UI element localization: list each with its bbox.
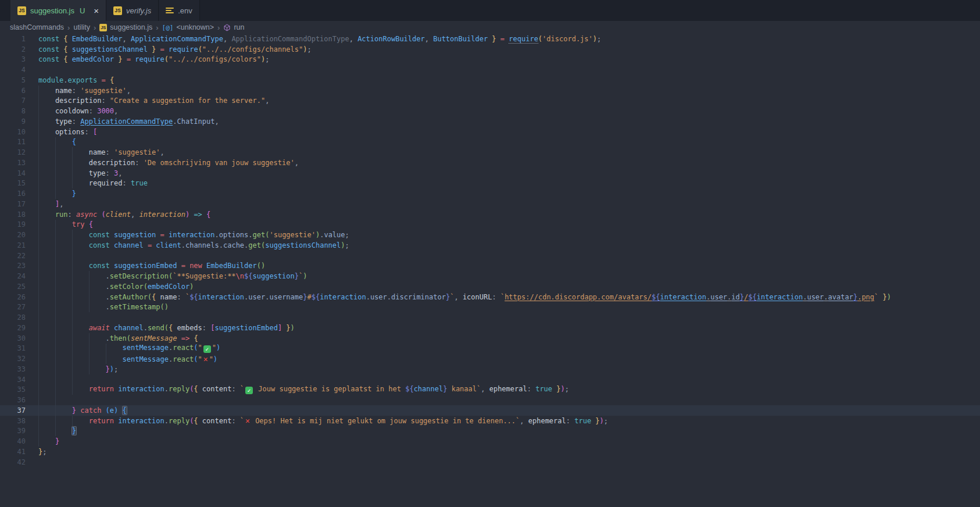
code-line[interactable]: 17 ], xyxy=(0,199,980,209)
indent-guide xyxy=(55,261,56,272)
code-line[interactable]: 4 xyxy=(0,65,980,75)
indent-guide xyxy=(89,292,90,302)
code-line[interactable]: 5module.exports = { xyxy=(0,75,980,85)
code-line[interactable]: 27 .setTimestamp() xyxy=(0,302,980,313)
code-line[interactable]: 37 } catch (e) { xyxy=(0,405,980,416)
line-number: 22 xyxy=(0,252,26,260)
code-text: { xyxy=(38,138,76,146)
code-line[interactable]: 7 description: "Create a suggestion for … xyxy=(0,96,980,106)
code-line[interactable]: 38 return interaction.reply({ content: `… xyxy=(0,416,980,426)
code-line[interactable]: 3const { embedColor } = require("../../c… xyxy=(0,55,980,65)
tab-label: .env xyxy=(178,6,192,15)
line-number: 42 xyxy=(0,458,26,466)
indent-guide xyxy=(89,354,90,364)
line-number: 20 xyxy=(0,231,26,239)
line-number: 16 xyxy=(0,190,26,198)
code-line[interactable]: 39 } xyxy=(0,426,980,437)
code-line[interactable]: 18 run: async (client, interaction) => { xyxy=(0,209,980,220)
code-line[interactable]: 30 .then(sentMessage => { xyxy=(0,333,980,344)
tab-env[interactable]: .env xyxy=(159,0,200,21)
line-number: 8 xyxy=(0,107,26,115)
indent-guide xyxy=(38,436,39,447)
line-number: 30 xyxy=(0,334,26,342)
code-text: type: ApplicationCommandType.ChatInput, xyxy=(38,117,219,126)
code-line[interactable]: 20 const suggestion = interaction.option… xyxy=(0,230,980,240)
code-line[interactable]: 15 required: true xyxy=(0,178,980,189)
line-number: 9 xyxy=(0,117,26,126)
indent-guide xyxy=(38,333,39,344)
code-line[interactable]: 35 return interaction.reply({ content: `… xyxy=(0,385,980,395)
code-line[interactable]: 29 await channel.send({ embeds: [suggest… xyxy=(0,323,980,333)
code-area[interactable]: 1const { EmbedBuilder, ApplicationComman… xyxy=(0,34,980,467)
code-line[interactable]: 13 description: 'De omschrijving van jou… xyxy=(0,158,980,168)
breadcrumb-file-label: suggestion.js xyxy=(110,23,152,31)
code-line[interactable]: 33 }); xyxy=(0,364,980,374)
code-text: const { embedColor } = require("../../co… xyxy=(38,55,269,63)
code-line[interactable]: 24 .setDescription(`**Suggestie:**\n${su… xyxy=(0,271,980,281)
indent-guide xyxy=(38,240,39,251)
line-number: 32 xyxy=(0,355,26,363)
indent-guide xyxy=(106,354,106,364)
line-number: 34 xyxy=(0,376,26,384)
indent-guide xyxy=(72,158,73,168)
code-line[interactable]: 42 xyxy=(0,457,980,467)
code-line[interactable]: 14 type: 3, xyxy=(0,168,980,178)
chevron-separator-icon: › xyxy=(156,23,158,32)
code-line[interactable]: 21 const channel = client.channels.cache… xyxy=(0,240,980,251)
line-number: 37 xyxy=(0,406,26,415)
line-number: 25 xyxy=(0,283,26,291)
code-line[interactable]: 40 } xyxy=(0,436,980,447)
close-icon[interactable]: × xyxy=(94,6,99,15)
indent-guide xyxy=(72,323,73,333)
indent-guide xyxy=(89,281,90,292)
code-line[interactable]: 34 xyxy=(0,374,980,385)
breadcrumb-item-file[interactable]: JS suggestion.js xyxy=(99,23,152,31)
code-line[interactable]: 12 name: 'suggestie', xyxy=(0,147,980,158)
code-line[interactable]: 41}; xyxy=(0,447,980,457)
code-line[interactable]: 10 options: [ xyxy=(0,127,980,137)
breadcrumb-item-utility[interactable]: utility xyxy=(73,23,90,31)
line-number: 33 xyxy=(0,365,26,373)
breadcrumb-item-slashcommands[interactable]: slashCommands xyxy=(10,23,64,31)
code-text: .then(sentMessage => { xyxy=(38,334,198,342)
line-number: 35 xyxy=(0,385,26,394)
code-line[interactable]: 11 { xyxy=(0,137,980,148)
line-number: 15 xyxy=(0,179,26,187)
code-line[interactable]: 19 try { xyxy=(0,220,980,230)
code-text: .setDescription(`**Suggestie:**\n${sugge… xyxy=(38,272,307,280)
code-line[interactable]: 8 cooldown: 3000, xyxy=(0,106,980,116)
code-line[interactable]: 28 xyxy=(0,312,980,323)
line-number: 23 xyxy=(0,262,26,270)
indent-guide xyxy=(38,302,39,313)
code-line[interactable]: 31 sentMessage.react("✓") xyxy=(0,344,980,354)
code-line[interactable]: 16 } xyxy=(0,188,980,199)
code-text: }; xyxy=(38,448,47,456)
code-line[interactable]: 22 xyxy=(0,251,980,261)
js-file-icon: JS xyxy=(17,6,26,15)
breadcrumb-item-unknown[interactable]: [@] <unknown> xyxy=(162,23,214,31)
code-line[interactable]: 25 .setColor(embedColor) xyxy=(0,281,980,292)
code-line[interactable]: 2const { suggestionsChannel } = require(… xyxy=(0,44,980,55)
indent-guide xyxy=(89,302,90,313)
indent-guide xyxy=(89,344,90,354)
line-number: 12 xyxy=(0,148,26,156)
line-number: 6 xyxy=(0,87,26,95)
breadcrumb-run-label: run xyxy=(234,23,244,31)
tab-suggestion-js[interactable]: JSsuggestion.jsU× xyxy=(10,0,106,21)
line-number: 24 xyxy=(0,272,26,280)
line-number: 5 xyxy=(0,76,26,84)
tab-verify-js[interactable]: JSverify.js xyxy=(106,0,159,21)
indent-guide xyxy=(38,312,39,323)
code-text: sentMessage.react("✓") xyxy=(38,344,220,353)
breadcrumb-item-run[interactable]: run xyxy=(223,23,244,31)
code-line[interactable]: 1const { EmbedBuilder, ApplicationComman… xyxy=(0,34,980,44)
code-line[interactable]: 26 .setAuthor({ name: `${interaction.use… xyxy=(0,292,980,302)
code-line[interactable]: 32 sentMessage.react("✕") xyxy=(0,354,980,364)
indent-guide xyxy=(55,312,56,323)
code-line[interactable]: 36 xyxy=(0,395,980,405)
line-number: 18 xyxy=(0,210,26,219)
code-line[interactable]: 9 type: ApplicationCommandType.ChatInput… xyxy=(0,116,980,127)
code-line[interactable]: 23 const suggestionEmbed = new EmbedBuil… xyxy=(0,261,980,272)
code-text: description: 'De omschrijving van jouw s… xyxy=(38,159,299,167)
code-line[interactable]: 6 name: 'suggestie', xyxy=(0,85,980,96)
